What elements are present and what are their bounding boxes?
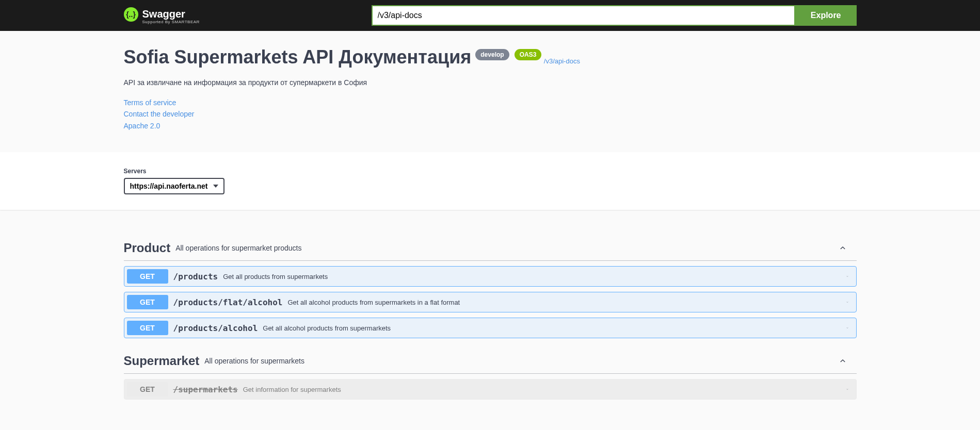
oas-badge: OAS3 xyxy=(515,49,542,60)
logo-subtext: Supported By SMARTBEAR xyxy=(142,20,206,24)
tag-description: All operations for supermarkets xyxy=(204,357,304,365)
api-title: Sofia Supermarkets API Документация deve… xyxy=(124,46,542,68)
server-select[interactable]: https://api.naoferta.net xyxy=(124,178,224,194)
chevron-down-icon xyxy=(846,273,854,280)
chevron-down-icon xyxy=(846,386,854,393)
tag-name: Product xyxy=(124,241,171,255)
operation-summary: Get all alcohol products from supermarke… xyxy=(287,299,460,306)
tag-header[interactable]: Product All operations for supermarket p… xyxy=(124,236,857,261)
operation-block[interactable]: GET /products/alcohol Get all alcohol pr… xyxy=(124,318,857,338)
operation-path: /supermarkets xyxy=(173,385,238,394)
topbar: {..} Swagger Supported By SMARTBEAR Expl… xyxy=(0,0,980,31)
contact-link[interactable]: Contact the developer xyxy=(124,108,857,120)
swagger-icon: {..} xyxy=(124,7,138,22)
operation-summary: Get all products from supermarkets xyxy=(223,273,328,280)
tag-section: Supermarket All operations for supermark… xyxy=(124,349,857,400)
logo-text: Swagger xyxy=(142,8,185,20)
api-description: API за извличане на информация за продук… xyxy=(124,78,857,87)
chevron-up-icon xyxy=(839,244,846,252)
method-badge: GET xyxy=(127,269,168,284)
base-url-link[interactable]: /v3/api-docs xyxy=(544,57,580,65)
terms-link[interactable]: Terms of service xyxy=(124,97,857,108)
tag-header[interactable]: Supermarket All operations for supermark… xyxy=(124,349,857,374)
api-title-text: Sofia Supermarkets API Документация xyxy=(124,46,472,68)
explore-button[interactable]: Explore xyxy=(795,5,857,26)
operation-path: /products/flat/alcohol xyxy=(173,297,283,307)
explore-form: Explore xyxy=(372,5,857,26)
servers-label: Servers xyxy=(124,168,857,175)
operation-block[interactable]: GET /products Get all products from supe… xyxy=(124,266,857,287)
operation-block[interactable]: GET /products/flat/alcohol Get all alcoh… xyxy=(124,292,857,312)
tag-name: Supermarket xyxy=(124,354,200,368)
tag-section: Product All operations for supermarket p… xyxy=(124,236,857,338)
operation-block[interactable]: GET /supermarkets Get information for su… xyxy=(124,379,857,400)
chevron-down-icon xyxy=(846,299,854,306)
license-link[interactable]: Apache 2.0 xyxy=(124,120,857,131)
method-badge: GET xyxy=(127,295,168,309)
swagger-logo: {..} Swagger Supported By SMARTBEAR xyxy=(124,7,206,24)
operation-path: /products xyxy=(173,272,218,282)
tag-description: All operations for supermarket products xyxy=(175,244,301,252)
method-badge: GET xyxy=(127,321,168,335)
version-badge: develop xyxy=(475,49,509,60)
chevron-down-icon xyxy=(846,324,854,332)
api-url-input[interactable] xyxy=(372,5,795,26)
operation-summary: Get information for supermarkets xyxy=(243,386,341,393)
method-badge: GET xyxy=(127,382,168,396)
info-section: Sofia Supermarkets API Документация deve… xyxy=(124,46,857,131)
scheme-container: Servers https://api.naoferta.net xyxy=(0,152,980,210)
chevron-up-icon xyxy=(839,357,846,365)
operation-path: /products/alcohol xyxy=(173,323,258,333)
operation-summary: Get all alcohol products from supermarke… xyxy=(263,324,391,332)
